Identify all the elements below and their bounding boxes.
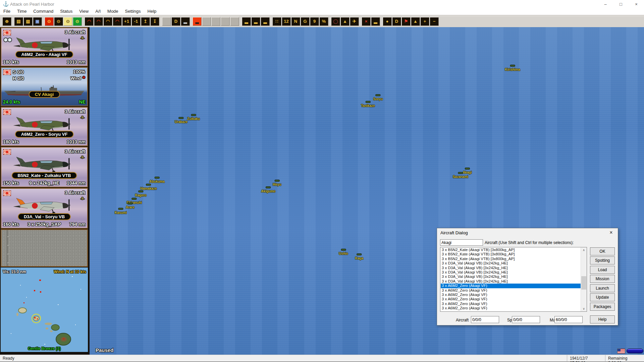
corner-select-icon[interactable]: ∷ xyxy=(272,17,281,26)
grid-toggle-icon[interactable]: G xyxy=(301,17,310,26)
aircraft-list-item[interactable]: 3 x D3A_Val (Akagi VB) [3x242kg_HE] xyxy=(441,266,581,270)
time-pause-icon[interactable]: ⊙ xyxy=(45,17,54,26)
attack-ship-icon[interactable]: ▂ xyxy=(193,17,202,26)
aircraft-list-item[interactable]: 3 x B5N2_Kate (Akagi VTB) [3x800kg_AP] xyxy=(441,248,581,252)
ship-marker-icon[interactable] xyxy=(138,190,143,192)
empty-slot-5-icon[interactable] xyxy=(230,17,239,26)
climb-icon[interactable]: ▲ xyxy=(340,17,350,26)
mission-button[interactable]: Mission xyxy=(590,275,615,283)
aircraft-ops-icon[interactable]: ✈ xyxy=(350,17,359,26)
ship-view-icon[interactable]: ▂ xyxy=(181,17,190,26)
ship-marker-icon[interactable] xyxy=(178,117,183,119)
convoy-group-icon[interactable]: ▂ xyxy=(261,17,270,26)
aircraft-list-item[interactable]: 3 x A6M2_Zero (Akagi VF) xyxy=(441,302,581,306)
unit-card-cv-akagi[interactable]: S 0/0 H 0/0 100% Wind * xyxy=(1,67,88,106)
scroll-up-icon[interactable]: ∧ xyxy=(581,247,587,253)
spotted-count-field[interactable] xyxy=(512,316,540,323)
map-unit-hiryu[interactable]: Hiryu xyxy=(273,183,281,186)
ship-marker-icon[interactable] xyxy=(118,208,123,210)
ship-marker-icon[interactable] xyxy=(266,186,271,188)
surface-group-icon[interactable]: ▂ xyxy=(242,17,251,26)
aircraft-list-item[interactable]: 3 x A6M2_Zero (Akagi VF) xyxy=(441,288,581,293)
minimap[interactable]: Vis: 15.0 nm Wind: N at 10 kts Gentle Br… xyxy=(1,267,88,352)
map-unit-arare[interactable]: Arare xyxy=(126,205,135,209)
time-fast-icon[interactable]: ⊙ xyxy=(73,17,82,26)
minus-one-icon[interactable]: -1 xyxy=(131,17,141,26)
packages-button[interactable]: Packages xyxy=(590,303,615,311)
dialog-title-bar[interactable]: Aircraft Dialog × xyxy=(437,228,618,237)
aircraft-list-item[interactable]: 3 x A6M2_Zero (Akagi VF) xyxy=(441,306,581,310)
aircraft-list-item[interactable]: 3 x B5N2_Kate (Akagi VTB) [3x800kg_AP] xyxy=(441,257,581,261)
empty-slot-2-icon[interactable] xyxy=(202,17,211,26)
aircraft-list-item[interactable]: 3 x D3A_Val (Akagi VB) [3x242kg_HE] xyxy=(441,275,581,279)
carrier-filter-input[interactable] xyxy=(440,239,483,246)
empty-slot-3-icon[interactable] xyxy=(211,17,220,26)
ship-marker-icon[interactable] xyxy=(465,168,470,170)
minimize-button[interactable]: – xyxy=(598,0,613,8)
maximize-button[interactable]: □ xyxy=(613,0,629,8)
signal-flags-icon[interactable]: ⚑ xyxy=(401,17,411,26)
map-unit-soryu[interactable]: Soryu xyxy=(373,97,383,101)
lower-altitude-icon[interactable]: ↧ xyxy=(150,17,159,26)
aircraft-list-item[interactable]: 3 x B5N2_Kate (Akagi VTB) [3x800kg_AP] xyxy=(441,252,581,256)
damage-report-icon[interactable]: D xyxy=(392,17,401,26)
ship-marker-icon[interactable] xyxy=(191,114,196,116)
scroll-thumb[interactable] xyxy=(581,276,586,290)
unit-card-a6m2-akagi[interactable]: 3 Aircraft -9- A6M2_Zero - Akagi VF 180 … xyxy=(1,27,88,66)
throttle-slow-icon[interactable]: ◠ xyxy=(94,17,103,26)
percent-view-icon[interactable]: % xyxy=(319,17,328,26)
aircraft-count-field[interactable] xyxy=(471,316,499,323)
ship-marker-icon[interactable] xyxy=(155,177,160,179)
ordnance-icon[interactable]: ● xyxy=(383,17,392,26)
nine-view-icon[interactable]: 9 xyxy=(310,17,319,26)
throttle-stop-icon[interactable]: ◠ xyxy=(85,17,94,26)
map-unit-akagi[interactable]: Akagi xyxy=(463,171,472,174)
unit-names-icon[interactable]: N xyxy=(291,17,300,26)
aircraft-list-item[interactable]: 3 x A6M2_Zero (Akagi VF) xyxy=(441,293,581,297)
map-unit-kagero[interactable]: Kagero xyxy=(135,193,147,197)
unit-numbers-icon[interactable]: 12 xyxy=(282,17,291,26)
aircraft-list-item[interactable]: 3 x D3A_Val (Akagi VB) [3x242kg_HE] xyxy=(441,261,581,265)
open-file-icon[interactable]: ▧ xyxy=(23,17,33,26)
aircraft-list-item[interactable]: 3 x A6M2_Zero (Akagi VF) xyxy=(441,284,581,288)
ship-marker-icon[interactable] xyxy=(341,249,346,251)
scenario-compass-icon[interactable]: ⊕ xyxy=(2,17,11,26)
load-button[interactable]: Load xyxy=(590,266,615,274)
map-unit-abukuma[interactable]: Abukuma xyxy=(149,180,165,183)
empty-slot-1-icon[interactable] xyxy=(162,17,171,26)
damage-view-icon[interactable]: D xyxy=(171,17,180,26)
menu-mode[interactable]: Mode xyxy=(104,8,122,15)
attack-order-icon[interactable]: × xyxy=(362,17,371,26)
unit-card-d3a-soryu[interactable]: 3 Aircraft -9- D3A_Val - Soryu VB 160 kt… xyxy=(1,188,88,229)
ship-marker-icon[interactable] xyxy=(357,253,362,255)
map-unit-akigumo[interactable]: Akigumo xyxy=(261,189,276,193)
menu-settings[interactable]: Settings xyxy=(122,8,144,15)
ship-marker-icon[interactable] xyxy=(275,180,280,182)
list-scrollbar[interactable]: ∧ ∨ xyxy=(581,247,587,311)
scroll-down-icon[interactable]: ∨ xyxy=(581,306,587,311)
ok-button[interactable]: OK xyxy=(590,247,615,255)
plus-one-icon[interactable]: +1 xyxy=(122,17,131,26)
zoom-out-icon[interactable]: − xyxy=(430,17,439,26)
launch-button[interactable]: Launch xyxy=(590,284,615,292)
map-unit-zuikaku[interactable]: Zuikaku xyxy=(187,117,200,121)
map-unit-sazanami[interactable]: Sazanami xyxy=(453,175,468,179)
ship-marker-icon[interactable] xyxy=(366,101,371,103)
raise-altitude-icon[interactable]: ↥ xyxy=(141,17,150,26)
ship-marker-icon[interactable] xyxy=(127,202,132,204)
map-unit-kirishima[interactable]: Kirishima xyxy=(505,68,520,71)
map-unit-tanikaze[interactable]: Tanikaze xyxy=(361,104,375,108)
task-force-icon[interactable]: ▂ xyxy=(251,17,260,26)
menu-a-i[interactable]: A/I xyxy=(92,8,104,15)
ship-marker-icon[interactable] xyxy=(458,172,463,174)
map-unit-ushio[interactable]: Ushio xyxy=(339,252,348,255)
zoom-in-icon[interactable]: + xyxy=(420,17,429,26)
aircraft-listbox[interactable]: 3 x B5N2_Kate (Akagi VTB) [3x800kg_AP]3 … xyxy=(440,247,587,312)
map-unit-kaga[interactable]: Kaga xyxy=(355,256,363,260)
close-button[interactable]: × xyxy=(629,0,644,8)
ship-marker-icon[interactable] xyxy=(132,198,137,200)
menu-time[interactable]: Time xyxy=(14,8,30,15)
menu-help[interactable]: Help xyxy=(144,8,160,15)
map-unit-urakaze[interactable]: Urakaze xyxy=(175,120,187,124)
maximum-count-field[interactable] xyxy=(554,316,583,323)
